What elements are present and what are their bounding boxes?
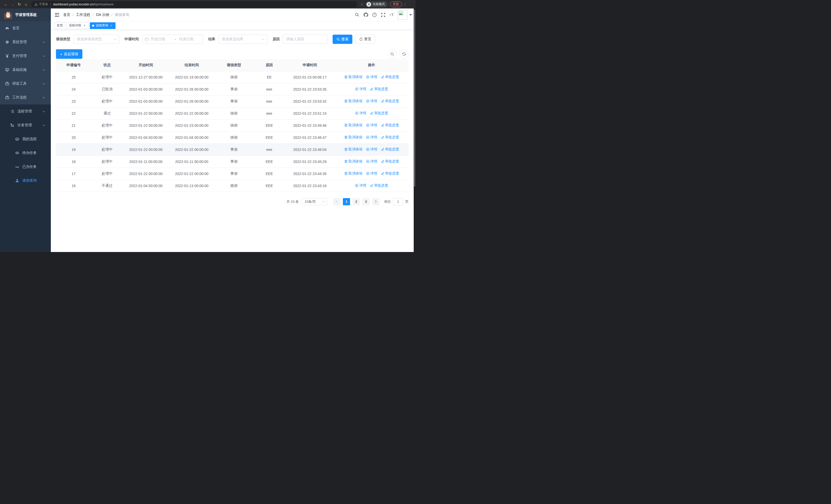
browser-update-button[interactable]: 更新 <box>390 2 402 7</box>
row-action-link[interactable]: 详情 <box>355 111 366 116</box>
row-action-link[interactable]: 取消请假 <box>344 147 362 152</box>
cell-reason: EEE <box>253 155 285 168</box>
row-action-link[interactable]: 审批进度 <box>381 123 399 127</box>
browser-menu-icon[interactable]: ⋮ <box>403 2 407 6</box>
goto-page-input[interactable]: 1 <box>393 198 403 205</box>
date-range-input[interactable]: 开始日期 - 结束日期 <box>142 35 203 44</box>
result-select[interactable]: 请选择流结果 <box>219 35 267 44</box>
row-action-link[interactable]: 详情 <box>366 135 377 140</box>
fullscreen-icon[interactable] <box>379 10 388 19</box>
browser-scrollbar[interactable] <box>414 8 416 252</box>
search-button[interactable]: 搜索 <box>333 35 352 44</box>
sidebar-menu-item[interactable]: 研发工具 <box>0 77 51 91</box>
menu-item-label: 支付管理 <box>12 54 43 58</box>
hide-search-icon[interactable] <box>388 50 397 59</box>
sidebar-menu-item[interactable]: 系统管理 <box>0 35 51 49</box>
menu-item-icon <box>10 109 15 113</box>
page-number-button[interactable]: 2 <box>353 198 360 205</box>
bookmark-star-icon[interactable]: ☆ <box>360 2 364 6</box>
row-action-link[interactable]: 审批进度 <box>370 111 388 116</box>
help-icon[interactable]: ? <box>370 10 379 19</box>
breadcrumb-item[interactable]: / 请假查询 <box>109 12 129 17</box>
row-action-link[interactable]: 审批进度 <box>370 183 388 188</box>
sidebar-menu-item[interactable]: 已办任务 <box>0 160 51 174</box>
tag-label: 流程详情 <box>69 23 81 28</box>
row-action-link[interactable]: 详情 <box>366 123 377 127</box>
tag[interactable]: 请假查询 × <box>90 22 115 29</box>
breadcrumb-item[interactable]: / 工作流程 <box>70 12 90 17</box>
tag[interactable]: 首页 <box>54 22 65 29</box>
prev-page-button[interactable] <box>333 198 340 205</box>
row-action-link[interactable]: 审批进度 <box>381 99 399 103</box>
browser-home-button[interactable]: ⌂ <box>23 1 29 8</box>
address-bar[interactable]: 不安全 dashboard.yudao.iocoder.cn /bpm/oa/l… <box>31 1 357 7</box>
refresh-icon[interactable] <box>400 50 408 59</box>
row-action-link[interactable]: 审批进度 <box>381 75 399 79</box>
tag-close-icon[interactable]: × <box>110 24 113 27</box>
cell-start-time: 2022-01-22 00:00:00 <box>123 144 169 155</box>
sidebar-menu-item[interactable]: 我的流程 <box>0 132 51 146</box>
tag-close-icon[interactable]: × <box>83 24 86 27</box>
row-action-link[interactable]: 取消请假 <box>344 123 362 127</box>
action-label: 审批进度 <box>385 75 399 79</box>
sidebar-fold-icon[interactable] <box>51 8 63 21</box>
sidebar-menu-item[interactable]: 流程管理 <box>0 105 51 118</box>
breadcrumb-item[interactable]: / OA 示例 <box>90 12 109 17</box>
row-action-link[interactable]: 详情 <box>366 99 377 103</box>
plus-icon: + <box>60 52 62 56</box>
cell-status: 处理中 <box>91 131 123 144</box>
font-size-icon[interactable]: TT <box>388 10 396 19</box>
breadcrumb-label: 请假查询 <box>115 12 129 17</box>
cell-leave-type: 事假 <box>214 83 253 95</box>
page-number-button[interactable]: 1 <box>343 198 350 205</box>
github-icon[interactable] <box>361 10 370 19</box>
breadcrumb-item[interactable]: / 首页 <box>63 12 70 17</box>
row-action-link[interactable]: 详情 <box>355 87 366 91</box>
row-action-link[interactable]: 取消请假 <box>344 135 362 140</box>
next-page-button[interactable] <box>372 198 379 205</box>
row-action-link[interactable]: 详情 <box>355 183 366 188</box>
row-action-link[interactable]: 取消请假 <box>344 99 362 103</box>
sidebar-menu-item[interactable]: 待办任务 <box>0 146 51 160</box>
action-label: 取消请假 <box>348 135 362 140</box>
create-leave-button[interactable]: + 发起请假 <box>56 49 82 59</box>
sidebar-menu-item[interactable]: 工作流程 <box>0 91 51 105</box>
page-size-select[interactable]: 10条/页 <box>302 198 327 205</box>
menu-item-label: 已办任务 <box>22 165 51 169</box>
sidebar-menu-item[interactable]: 任务管理 <box>0 118 51 132</box>
caret-down-icon <box>409 14 412 16</box>
row-action-link[interactable]: 审批进度 <box>381 135 399 140</box>
row-action-link[interactable]: 取消请假 <box>344 171 362 176</box>
row-action-link[interactable]: 取消请假 <box>344 159 362 164</box>
sidebar: 芋道管理系统 <box>0 8 51 252</box>
sidebar-menu-item[interactable]: 首页 <box>0 21 51 35</box>
sidebar-menu-item[interactable]: 请假查询 <box>0 174 51 187</box>
row-action-link[interactable]: 详情 <box>366 75 377 79</box>
reset-button[interactable]: 重置 <box>355 35 375 44</box>
browser-forward-button[interactable]: → <box>9 1 16 8</box>
row-action-link[interactable]: 审批进度 <box>381 147 399 152</box>
row-action-link[interactable]: 详情 <box>366 159 377 164</box>
row-action-link[interactable]: 审批进度 <box>381 159 399 164</box>
browser-reload-button[interactable]: ↻ <box>16 1 23 8</box>
row-action-link[interactable]: 审批进度 <box>381 171 399 176</box>
row-action-link[interactable]: 审批进度 <box>370 87 388 91</box>
user-avatar-menu[interactable] <box>398 10 412 20</box>
sidebar-menu-item[interactable]: 支付管理 <box>0 49 51 63</box>
reason-input[interactable]: 请输入原因 <box>283 35 327 44</box>
app-logo-row[interactable]: 芋道管理系统 <box>0 8 51 21</box>
tag[interactable]: 流程详情 × <box>66 22 89 29</box>
row-action-link[interactable]: 详情 <box>366 171 377 176</box>
action-label: 审批进度 <box>385 159 399 164</box>
row-action-link[interactable]: 详情 <box>366 147 377 152</box>
row-action-link[interactable]: 取消请假 <box>344 75 362 79</box>
leave-type-select[interactable]: 请选择请假类型 <box>74 35 119 44</box>
search-icon[interactable] <box>353 10 361 19</box>
sidebar-menu-item[interactable]: 基础设施 <box>0 63 51 77</box>
scrollbar-thumb[interactable] <box>414 9 415 186</box>
incognito-icon <box>367 2 371 7</box>
app-logo <box>4 11 12 19</box>
browser-back-button[interactable]: ← <box>3 1 9 8</box>
page-number-button[interactable]: 3 <box>362 198 370 205</box>
table-header-cell: 操作 <box>335 59 408 71</box>
